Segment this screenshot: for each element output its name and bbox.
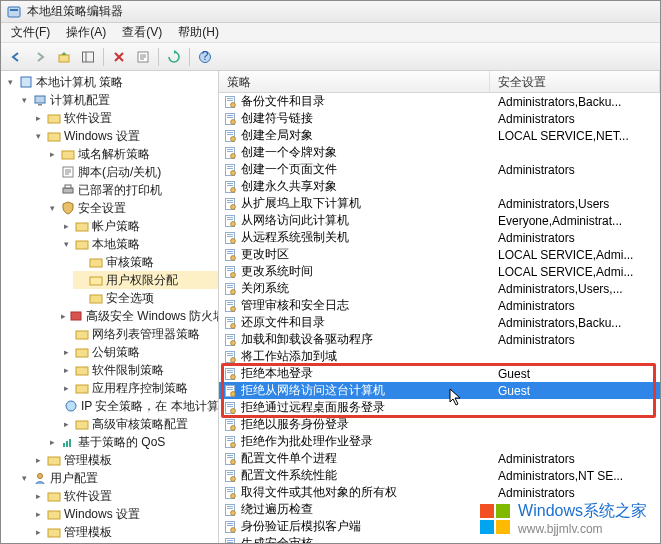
expand-icon[interactable]: ▸ xyxy=(33,527,44,538)
policy-row[interactable]: 更改系统时间LOCAL SERVICE,Admi... xyxy=(219,263,660,280)
windows-logo-icon xyxy=(480,504,510,534)
tree-user-windows[interactable]: ▸Windows 设置 xyxy=(31,505,218,523)
list-body[interactable]: 备份文件和目录Administrators,Backu...创建符号链接Admi… xyxy=(219,93,660,543)
svg-rect-113 xyxy=(227,404,233,405)
policy-row[interactable]: 从网络访问此计算机Everyone,Administrat... xyxy=(219,212,660,229)
tree-local-policies[interactable]: ▾本地策略 xyxy=(59,235,218,253)
policy-row[interactable]: 创建一个令牌对象 xyxy=(219,144,660,161)
policy-row[interactable]: 备份文件和目录Administrators,Backu... xyxy=(219,93,660,110)
tree-firewall[interactable]: ▸高级安全 Windows 防火墙 xyxy=(59,307,218,325)
tree-scripts[interactable]: 脚本(启动/关机) xyxy=(45,163,218,181)
policy-item-icon xyxy=(223,265,237,279)
expand-icon[interactable]: ▸ xyxy=(33,509,44,520)
policy-row[interactable]: 将工作站添加到域 xyxy=(219,348,660,365)
menu-file[interactable]: 文件(F) xyxy=(5,22,56,43)
tree-software-restriction[interactable]: ▸软件限制策略 xyxy=(59,361,218,379)
collapse-icon[interactable]: ▾ xyxy=(19,95,30,106)
expand-icon[interactable]: ▸ xyxy=(61,311,66,322)
tree-pane[interactable]: ▾ 本地计算机 策略 ▾ 计算机配置 xyxy=(1,71,219,543)
menu-action[interactable]: 操作(A) xyxy=(60,22,112,43)
app-icon xyxy=(7,5,21,19)
expand-icon[interactable]: ▸ xyxy=(61,347,72,358)
svg-rect-129 xyxy=(227,472,233,473)
tree-security-options[interactable]: 安全选项 xyxy=(73,289,218,307)
policy-row[interactable]: 还原文件和目录Administrators,Backu... xyxy=(219,314,660,331)
menu-view[interactable]: 查看(V) xyxy=(116,22,168,43)
tree-user-config[interactable]: ▾用户配置 xyxy=(17,469,218,487)
properties-button[interactable] xyxy=(132,46,154,68)
help-button[interactable]: ? xyxy=(194,46,216,68)
policy-row[interactable]: 拒绝本地登录Guest xyxy=(219,365,660,382)
policy-row[interactable]: 加载和卸载设备驱动程序Administrators xyxy=(219,331,660,348)
tree-network-list[interactable]: 网络列表管理器策略 xyxy=(59,325,218,343)
collapse-icon[interactable]: ▾ xyxy=(47,203,58,214)
policy-row[interactable]: 从扩展坞上取下计算机Administrators,Users xyxy=(219,195,660,212)
collapse-icon[interactable]: ▾ xyxy=(61,239,72,250)
expand-icon[interactable]: ▸ xyxy=(33,113,44,124)
svg-point-59 xyxy=(231,170,236,175)
folder-icon xyxy=(47,525,61,539)
tree-admin-templates[interactable]: ▸管理模板 xyxy=(31,451,218,469)
policy-row[interactable]: 创建一个页面文件Administrators xyxy=(219,161,660,178)
policy-setting: Administrators xyxy=(494,486,656,500)
delete-button[interactable] xyxy=(108,46,130,68)
policy-row[interactable]: 从远程系统强制关机Administrators xyxy=(219,229,660,246)
policy-row[interactable]: 配置文件系统性能Administrators,NT SE... xyxy=(219,467,660,484)
tree-audit-policy[interactable]: 审核策略 xyxy=(73,253,218,271)
column-header-setting[interactable]: 安全设置 xyxy=(490,71,660,92)
expand-icon[interactable]: ▸ xyxy=(47,437,58,448)
svg-point-79 xyxy=(231,255,236,260)
expand-icon[interactable]: ▸ xyxy=(47,149,58,160)
policy-row[interactable]: 拒绝以服务身份登录 xyxy=(219,416,660,433)
policy-row[interactable]: 创建符号链接Administrators xyxy=(219,110,660,127)
forward-button[interactable] xyxy=(29,46,51,68)
svg-rect-49 xyxy=(227,132,233,133)
svg-point-99 xyxy=(231,340,236,345)
up-button[interactable] xyxy=(53,46,75,68)
policy-row[interactable]: 关闭系统Administrators,Users,... xyxy=(219,280,660,297)
expand-icon[interactable]: ▸ xyxy=(33,491,44,502)
expand-icon[interactable]: ▸ xyxy=(33,455,44,466)
tree-software-settings[interactable]: ▸软件设置 xyxy=(31,109,218,127)
tree-dns-policy[interactable]: ▸域名解析策略 xyxy=(45,145,218,163)
refresh-button[interactable] xyxy=(163,46,185,68)
tree-app-control[interactable]: ▸应用程序控制策略 xyxy=(59,379,218,397)
tree-computer-config[interactable]: ▾ 计算机配置 xyxy=(17,91,218,109)
policy-row[interactable]: 拒绝作为批处理作业登录 xyxy=(219,433,660,450)
policy-row[interactable]: 拒绝通过远程桌面服务登录 xyxy=(219,399,660,416)
tree-advanced-audit[interactable]: ▸高级审核策略配置 xyxy=(59,415,218,433)
policy-row[interactable]: 拒绝从网络访问这台计算机Guest xyxy=(219,382,660,399)
expand-icon[interactable]: ▸ xyxy=(61,221,72,232)
menu-help[interactable]: 帮助(H) xyxy=(172,22,225,43)
collapse-icon[interactable]: ▾ xyxy=(5,77,16,88)
tree-windows-settings[interactable]: ▾Windows 设置 xyxy=(31,127,218,145)
tree-label: 用户权限分配 xyxy=(106,272,178,288)
tree-root[interactable]: ▾ 本地计算机 策略 xyxy=(3,73,218,91)
tree-public-key[interactable]: ▸公钥策略 xyxy=(59,343,218,361)
expand-icon[interactable]: ▸ xyxy=(61,365,72,376)
tree-user-software[interactable]: ▸软件设置 xyxy=(31,487,218,505)
show-hide-tree-button[interactable] xyxy=(77,46,99,68)
tree-user-admin[interactable]: ▸管理模板 xyxy=(31,523,218,541)
collapse-icon[interactable]: ▾ xyxy=(33,131,44,142)
tree-ipsec[interactable]: IP 安全策略，在 本地计算机 xyxy=(59,397,218,415)
tree-printers[interactable]: 已部署的打印机 xyxy=(45,181,218,199)
policy-row[interactable]: 生成安全审核 xyxy=(219,535,660,543)
policy-row[interactable]: 取得文件或其他对象的所有权Administrators xyxy=(219,484,660,501)
svg-rect-62 xyxy=(227,185,233,186)
policy-row[interactable]: 创建全局对象LOCAL SERVICE,NET... xyxy=(219,127,660,144)
tree-security-settings[interactable]: ▾安全设置 xyxy=(45,199,218,217)
watermark-line1: Windows系统之家 xyxy=(518,501,647,522)
expand-icon[interactable]: ▸ xyxy=(61,419,72,430)
expand-icon[interactable]: ▸ xyxy=(61,383,72,394)
policy-row[interactable]: 管理审核和安全日志Administrators xyxy=(219,297,660,314)
policy-row[interactable]: 配置文件单个进程Administrators xyxy=(219,450,660,467)
policy-row[interactable]: 创建永久共享对象 xyxy=(219,178,660,195)
tree-qos[interactable]: ▸基于策略的 QoS xyxy=(45,433,218,451)
column-header-policy[interactable]: 策略 xyxy=(219,71,490,92)
back-button[interactable] xyxy=(5,46,27,68)
tree-account-policies[interactable]: ▸帐户策略 xyxy=(59,217,218,235)
policy-row[interactable]: 更改时区LOCAL SERVICE,Admi... xyxy=(219,246,660,263)
tree-user-rights-assignment[interactable]: 用户权限分配 xyxy=(73,271,218,289)
collapse-icon[interactable]: ▾ xyxy=(19,473,30,484)
